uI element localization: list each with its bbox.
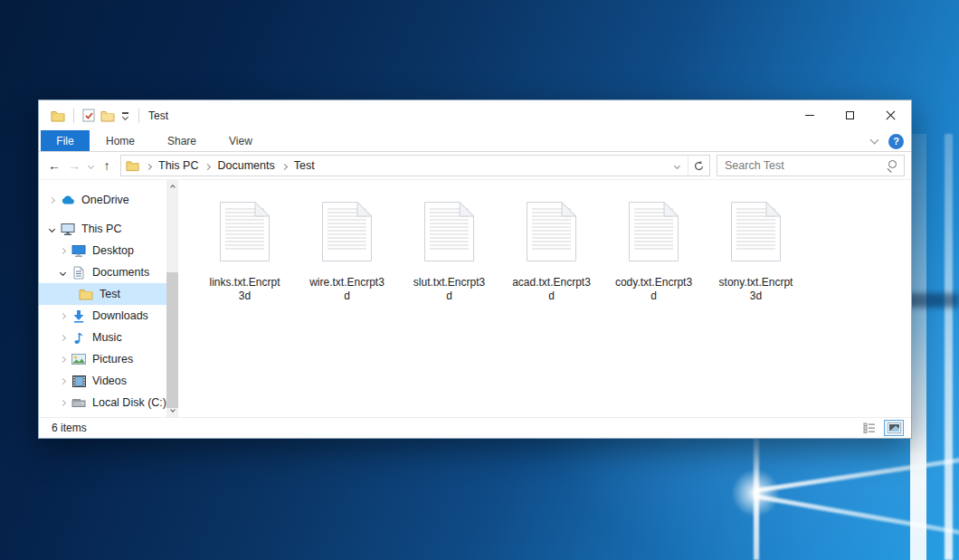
breadcrumb-this-pc[interactable]: This PC [158, 159, 198, 172]
tab-view[interactable]: View [213, 130, 269, 151]
downloads-icon [71, 308, 86, 323]
search-box[interactable] [717, 155, 905, 176]
breadcrumb-chevron-icon [282, 159, 287, 172]
file-name: cody.txt.Encrpt3d [615, 276, 692, 303]
sidebar-item-downloads[interactable]: Downloads [39, 305, 166, 327]
forward-button[interactable]: → [64, 155, 84, 176]
wallpaper-beam [945, 134, 953, 560]
desktop-background: Test File Home Share View ? ← → ↑ [0, 0, 959, 560]
customize-quickaccess-chevron-icon[interactable] [122, 112, 128, 119]
chevron-right-icon[interactable] [57, 401, 68, 405]
file-item[interactable]: cody.txt.Encrpt3d [603, 202, 705, 303]
scrollbar-thumb[interactable] [166, 272, 178, 408]
tab-share[interactable]: Share [151, 130, 213, 151]
scroll-down-icon[interactable] [166, 404, 178, 417]
address-dropdown-chevron-icon[interactable] [666, 156, 688, 176]
expand-ribbon-chevron-icon[interactable] [870, 136, 879, 145]
status-bar: 6 items [39, 417, 911, 438]
breadcrumb-documents[interactable]: Documents [217, 159, 274, 172]
desktop-icon [71, 243, 86, 258]
chevron-right-icon[interactable] [57, 357, 68, 362]
sidebar-item-music[interactable]: Music [39, 327, 166, 348]
disk-drive-icon [71, 395, 86, 410]
recent-locations-chevron-icon[interactable] [84, 164, 97, 168]
wallpaper-beam [755, 458, 959, 493]
chevron-right-icon[interactable] [57, 314, 68, 318]
file-item[interactable]: slut.txt.Encrpt3d [398, 202, 500, 303]
breadcrumb-chevron-icon [147, 159, 151, 172]
chevron-right-icon[interactable] [57, 379, 68, 384]
titlebar-separator [73, 109, 74, 123]
videos-icon [71, 374, 86, 388]
properties-quickaccess-icon[interactable] [82, 109, 95, 122]
navigation-bar: ← → ↑ This PC Documents Test [39, 152, 911, 180]
help-button[interactable]: ? [888, 134, 904, 149]
text-file-icon [731, 202, 781, 261]
text-file-icon [220, 202, 270, 261]
titlebar-separator [138, 109, 139, 123]
sidebar-item-local-disk-c[interactable]: Local Disk (C:) [39, 392, 166, 413]
sidebar-item-onedrive[interactable]: OneDrive [39, 189, 166, 211]
close-button[interactable] [870, 100, 911, 130]
sidebar-item-label: Pictures [92, 353, 133, 365]
search-input[interactable] [725, 159, 886, 172]
text-file-icon [322, 202, 372, 261]
up-button[interactable]: ↑ [97, 155, 117, 176]
scroll-up-icon[interactable] [166, 180, 178, 193]
breadcrumb-chevron-icon [205, 159, 210, 172]
tab-file[interactable]: File [41, 130, 90, 151]
refresh-icon[interactable] [688, 156, 709, 176]
tab-home[interactable]: Home [90, 130, 151, 151]
thumbnail-view-button[interactable] [884, 420, 904, 436]
file-name: wire.txt.Encrpt3d [309, 276, 385, 303]
this-pc-icon [61, 222, 75, 236]
pictures-icon [71, 352, 86, 366]
minimize-icon [805, 115, 814, 116]
file-name: links.txt.Encrpt3d [209, 276, 280, 303]
address-folder-icon [126, 159, 139, 172]
file-name: slut.txt.Encrpt3d [413, 276, 485, 303]
chevron-right-icon[interactable] [57, 249, 68, 253]
chevron-right-icon[interactable] [57, 336, 68, 340]
file-item[interactable]: wire.txt.Encrpt3d [296, 202, 398, 303]
sidebar-item-this-pc[interactable]: This PC [39, 218, 166, 240]
close-icon [885, 109, 897, 121]
wallpaper-beam [755, 494, 959, 536]
address-bar[interactable]: This PC Documents Test [120, 155, 710, 176]
details-view-button[interactable] [859, 420, 879, 436]
sidebar-item-test[interactable]: Test [39, 283, 166, 305]
file-grid: links.txt.Encrpt3d wire.txt.Encrpt3d slu… [194, 202, 911, 303]
titlebar[interactable]: Test [39, 100, 911, 130]
sidebar-item-desktop[interactable]: Desktop [39, 240, 166, 261]
search-icon[interactable] [886, 159, 898, 172]
sidebar-item-videos[interactable]: Videos [39, 370, 166, 392]
sidebar-item-label: Desktop [92, 244, 134, 257]
file-list-area[interactable]: links.txt.Encrpt3d wire.txt.Encrpt3d slu… [178, 180, 911, 417]
sidebar-scrollbar[interactable] [166, 180, 178, 417]
sidebar-item-label: Local Disk (C:) [92, 396, 166, 409]
sidebar-item-label: OneDrive [81, 194, 129, 206]
sidebar-item-label: Test [100, 288, 120, 300]
chevron-down-icon[interactable] [57, 271, 68, 275]
newfolder-quickaccess-icon[interactable] [100, 109, 115, 122]
back-button[interactable]: ← [44, 155, 64, 176]
sidebar-item-label: This PC [81, 223, 121, 235]
sidebar-item-label: Videos [92, 375, 127, 387]
sidebar-item-documents[interactable]: Documents [39, 261, 166, 283]
file-explorer-window: Test File Home Share View ? ← → ↑ [38, 100, 912, 439]
music-note-icon [71, 330, 86, 345]
maximize-button[interactable] [830, 100, 870, 130]
navigation-pane: OneDrive This PC Desktop [39, 180, 166, 417]
window-title: Test [148, 109, 168, 122]
sidebar-item-pictures[interactable]: Pictures [39, 348, 166, 370]
file-item[interactable]: links.txt.Encrpt3d [194, 202, 296, 303]
text-file-icon [527, 202, 576, 261]
chevron-right-icon[interactable] [46, 198, 57, 203]
minimize-button[interactable] [789, 100, 830, 130]
breadcrumb-test[interactable]: Test [294, 159, 315, 172]
file-item[interactable]: acad.txt.Encrpt3d [500, 202, 603, 303]
file-item[interactable]: stony.txt.Encrpt3d [705, 202, 807, 303]
sidebar-item-label: Music [92, 331, 122, 344]
chevron-down-icon[interactable] [46, 227, 57, 232]
text-file-icon [424, 202, 474, 261]
